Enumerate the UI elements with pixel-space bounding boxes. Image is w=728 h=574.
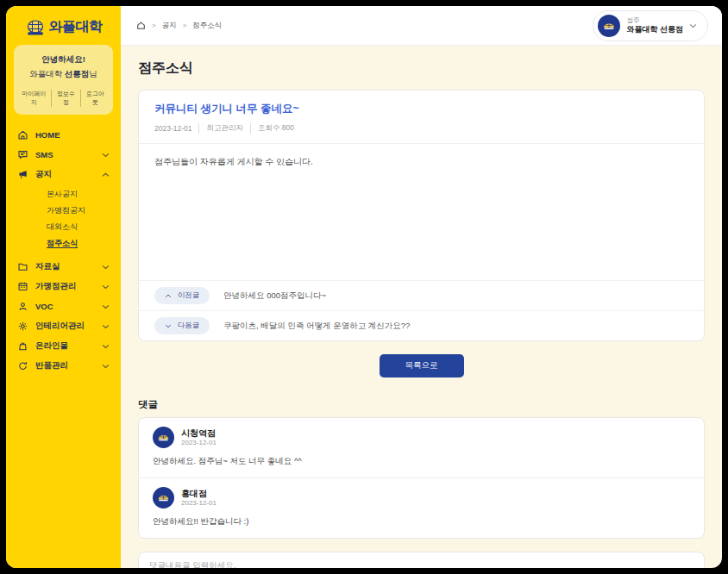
comment-input-card [138, 552, 705, 568]
breadcrumb: > 공지 > 점주소식 [136, 21, 222, 31]
avatar [598, 15, 620, 37]
refresh-icon [17, 360, 28, 371]
greeting-brand: 와플대학 [29, 69, 65, 78]
page-title: 점주소식 [138, 59, 705, 78]
sidebar-item-returns[interactable]: 반품관리 [17, 356, 110, 376]
comment-date: 2023-12-01 [181, 499, 217, 508]
next-post-row[interactable]: 다음글 쿠팡이츠, 배달의 민족 어떻게 운영하고 계신가요?? [139, 310, 704, 340]
sidebar-item-label: 온라인몰 [35, 340, 95, 352]
main-area: > 공지 > 점주소식 점주 와플대학 선릉점 점주소식 [121, 6, 722, 568]
profile-name: 와플대학 선릉점 [626, 25, 683, 34]
sidebar-item-sms[interactable]: SMS [17, 145, 110, 165]
calendar-icon [17, 281, 28, 292]
next-post-pill[interactable]: 다음글 [154, 317, 210, 334]
chevron-down-icon [102, 153, 110, 158]
comments-heading: 댓글 [138, 398, 705, 411]
sidebar-item-library[interactable]: 자료실 [17, 257, 110, 277]
comment-author: 시청역점 [181, 427, 217, 439]
next-post-title[interactable]: 쿠팡이츠, 배달의 민족 어떻게 운영하고 계신가요?? [223, 321, 410, 332]
person-icon [17, 301, 28, 312]
chevron-up-icon [165, 294, 172, 298]
greeting-suffix: 님 [89, 69, 97, 78]
chevron-down-icon [102, 364, 110, 369]
next-post-label: 다음글 [178, 321, 200, 331]
prev-post-row[interactable]: 이전글 안녕하세요 000점주입니다~ [139, 280, 704, 310]
content-area: 점주소식 커뮤니티 생기니 너무 좋네요~ 2023-12-01 최고관리자 조… [121, 46, 722, 568]
sidebar-item-label: HOME [35, 130, 110, 140]
sidebar-item-home[interactable]: HOME [17, 125, 110, 145]
sidebar-item-notice[interactable]: 공지 [17, 165, 110, 184]
sidebar: 와플대학 안녕하세요! 와플대학 선릉점님 마이페이지 정보수정 로그아웃 HO… [6, 6, 121, 568]
post-author: 최고관리자 [198, 123, 250, 134]
megaphone-icon [17, 169, 28, 180]
profile-texts: 점주 와플대학 선릉점 [626, 16, 683, 34]
chevron-down-icon [102, 324, 110, 329]
comment-item: 홍대점 2023-12-01 안녕하세요!! 반갑습니다 :) [139, 477, 704, 538]
greeting-line1: 안녕하세요! [17, 54, 110, 66]
post-meta: 2023-12-01 최고관리자 조회수 800 [154, 123, 688, 134]
sidebar-item-label: VOC [35, 302, 95, 311]
submenu-item-owner-news[interactable]: 점주소식 [47, 235, 110, 252]
sidebar-item-label: SMS [35, 150, 95, 159]
top-header: > 공지 > 점주소식 점주 와플대학 선릉점 [121, 6, 722, 46]
breadcrumb-item-owner-news[interactable]: 점주소식 [192, 21, 222, 31]
avatar [153, 487, 174, 508]
comments-card: 시청역점 2023-12-01 안녕하세요. 점주님~ 저도 너무 좋네요 ^^ [138, 417, 705, 539]
brand-logo[interactable]: 와플대학 [6, 16, 121, 45]
sidebar-item-online-mall[interactable]: 온라인몰 [17, 336, 110, 356]
comment-input[interactable] [149, 560, 693, 568]
sidebar-item-interior[interactable]: 인테리어관리 [17, 316, 110, 336]
post-title: 커뮤니티 생기니 너무 좋네요~ [154, 102, 688, 116]
post-view-count: 조회수 800 [250, 123, 301, 134]
submenu-item-hq-notice[interactable]: 본사공지 [47, 186, 110, 203]
post-body: 점주님들이 자유롭게 게시할 수 있습니다. [139, 144, 704, 280]
waffle-logo-icon [25, 19, 46, 36]
bag-icon [17, 340, 28, 352]
prev-post-label: 이전글 [178, 290, 200, 301]
list-button-row: 목록으로 [138, 354, 705, 377]
greeting-card: 안녕하세요! 와플대학 선릉점님 마이페이지 정보수정 로그아웃 [14, 45, 113, 115]
sidebar-item-voc[interactable]: VOC [17, 296, 110, 316]
post-header: 커뮤니티 생기니 너무 좋네요~ 2023-12-01 최고관리자 조회수 80… [139, 90, 704, 144]
profile-role: 점주 [626, 16, 683, 24]
comment-text: 안녕하세요. 점주님~ 저도 너무 좋네요 ^^ [153, 456, 690, 467]
brand-logo-text: 와플대학 [49, 18, 103, 36]
sidebar-item-label: 가맹점관리 [35, 281, 95, 292]
sidebar-item-label: 자료실 [35, 261, 95, 272]
comment-header: 시청역점 2023-12-01 [153, 427, 690, 448]
post-date: 2023-12-01 [154, 124, 198, 133]
sidebar-item-label: 공지 [35, 169, 95, 180]
folder-icon [17, 261, 28, 272]
prev-post-pill[interactable]: 이전글 [154, 287, 210, 304]
chevron-up-icon [102, 172, 110, 178]
notice-submenu: 본사공지 가맹점공지 대외소식 점주소식 [17, 184, 110, 257]
greeting-store-name: 선릉점 [65, 69, 90, 78]
comment-author-block: 시청역점 2023-12-01 [181, 427, 217, 447]
comment-text: 안녕하세요!! 반갑습니다 :) [153, 516, 690, 527]
sidebar-item-label: 반품관리 [35, 360, 95, 371]
chevron-down-icon [102, 284, 110, 290]
breadcrumb-home-icon[interactable] [136, 21, 146, 30]
greeting-line2: 와플대학 선릉점님 [17, 69, 110, 80]
comment-author: 홍대점 [181, 488, 217, 499]
edit-info-link[interactable]: 정보수정 [51, 90, 80, 107]
comment-header: 홍대점 2023-12-01 [153, 487, 690, 508]
comment-item: 시청역점 2023-12-01 안녕하세요. 점주님~ 저도 너무 좋네요 ^^ [139, 418, 704, 477]
app-window: 와플대학 안녕하세요! 와플대학 선릉점님 마이페이지 정보수정 로그아웃 HO… [6, 6, 722, 568]
back-to-list-button[interactable]: 목록으로 [380, 354, 464, 377]
breadcrumb-item-notice[interactable]: 공지 [162, 21, 177, 31]
profile-menu[interactable]: 점주 와플대학 선릉점 [593, 10, 708, 41]
home-icon [17, 129, 28, 140]
breadcrumb-separator: > [183, 22, 187, 29]
logout-link[interactable]: 로그아웃 [80, 90, 110, 107]
mypage-link[interactable]: 마이페이지 [17, 90, 51, 107]
submenu-item-external-news[interactable]: 대외소식 [47, 219, 110, 235]
post-card: 커뮤니티 생기니 너무 좋네요~ 2023-12-01 최고관리자 조회수 80… [138, 90, 705, 341]
chevron-down-icon [102, 344, 110, 349]
sidebar-item-franchise-management[interactable]: 가맹점관리 [17, 277, 110, 296]
submenu-item-franchise-notice[interactable]: 가맹점공지 [47, 203, 110, 219]
chevron-down-icon [102, 265, 110, 270]
prev-post-title[interactable]: 안녕하세요 000점주입니다~ [223, 290, 326, 302]
chevron-down-icon [165, 324, 172, 328]
avatar [153, 427, 174, 448]
